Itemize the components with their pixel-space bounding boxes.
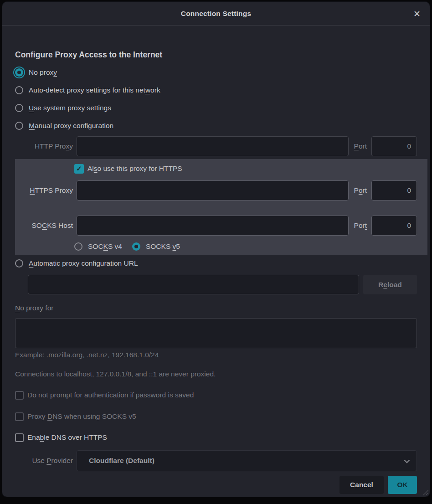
socks-host-label: SOCKS Host xyxy=(15,221,73,230)
socks-port-label: Port xyxy=(354,221,367,230)
dialog-footer: Cancel OK xyxy=(15,476,417,494)
no-proxy-for-textarea[interactable] xyxy=(15,318,417,348)
checkbox-label: Do not prompt for authentication if pass… xyxy=(27,391,194,399)
socks-host-row: SOCKS Host Port xyxy=(15,216,417,236)
close-icon[interactable]: ✕ xyxy=(413,9,421,18)
radio-label: No proxy xyxy=(29,68,57,77)
radio-automatic-url[interactable]: Automatic proxy configuration URL xyxy=(15,258,417,269)
also-use-https-checkbox-row[interactable]: ✓ Also use this proxy for HTTPS xyxy=(74,164,417,174)
no-proxy-note-text: Connections to localhost, 127.0.0.1/8, a… xyxy=(15,369,417,379)
provider-select[interactable]: Cloudflare (Default) xyxy=(77,450,417,471)
https-port-label: Port xyxy=(354,186,367,195)
http-proxy-input[interactable] xyxy=(77,136,349,156)
connection-settings-dialog: Connection Settings ✕ Configure Proxy Ac… xyxy=(2,2,430,497)
checkbox-label: Proxy DNS when using SOCKS v5 xyxy=(27,412,136,421)
radio-label: Automatic proxy configuration URL xyxy=(29,259,138,267)
checkbox-checked-icon: ✓ xyxy=(74,164,84,174)
checkbox-unchecked-icon xyxy=(15,412,24,421)
https-proxy-row: HTTPS Proxy Port xyxy=(15,180,417,201)
auto-config-url-input[interactable] xyxy=(28,275,359,294)
http-port-label: Port xyxy=(354,142,367,150)
socks-version-group: SOCKS v4 SOCKS v5 xyxy=(74,241,417,252)
dialog-titlebar: Connection Settings ✕ xyxy=(2,2,430,26)
socks-port-input[interactable] xyxy=(371,216,417,236)
checkbox-unchecked-icon xyxy=(15,391,24,400)
chevron-down-icon xyxy=(404,457,410,463)
radio-auto-detect[interactable]: Auto-detect proxy settings for this netw… xyxy=(15,85,417,96)
https-socks-highlight-section: ✓ Also use this proxy for HTTPS HTTPS Pr… xyxy=(15,159,427,255)
check-icon: ✓ xyxy=(76,165,82,173)
radio-manual[interactable]: Manual proxy configuration xyxy=(15,120,417,131)
auto-url-row: Reload xyxy=(15,275,417,294)
radio-selected-icon xyxy=(132,242,140,251)
cancel-button[interactable]: Cancel xyxy=(339,476,384,494)
checkbox-label: Also use this proxy for HTTPS xyxy=(87,165,182,173)
use-provider-label: Use Provider xyxy=(15,457,73,465)
provider-selected-value: Cloudflare (Default) xyxy=(89,457,404,465)
doh-provider-row: Use Provider Cloudflare (Default) xyxy=(15,450,417,471)
http-port-input[interactable] xyxy=(371,136,417,156)
no-proxy-example-text: Example: .mozilla.org, .net.nz, 192.168.… xyxy=(15,350,417,360)
radio-use-system[interactable]: Use system proxy settings xyxy=(15,103,417,113)
ok-button[interactable]: OK xyxy=(388,476,417,494)
radio-icon xyxy=(15,86,23,94)
http-proxy-row: HTTP Proxy Port xyxy=(15,136,417,156)
checkbox-no-prompt-auth[interactable]: Do not prompt for authentication if pass… xyxy=(15,390,417,401)
radio-label: SOCKS v5 xyxy=(146,242,180,251)
checkbox-proxy-dns-socks5[interactable]: Proxy DNS when using SOCKS v5 xyxy=(15,411,417,422)
page-title: Configure Proxy Access to the Internet xyxy=(15,49,417,60)
radio-label: SOCKS v4 xyxy=(88,242,122,251)
radio-icon xyxy=(15,104,23,112)
https-proxy-input[interactable] xyxy=(77,180,349,201)
radio-socks-v5[interactable]: SOCKS v5 xyxy=(132,241,180,252)
radio-label: Manual proxy configuration xyxy=(29,122,113,130)
radio-label: Use system proxy settings xyxy=(29,104,111,112)
checkbox-enable-doh[interactable]: Enable DNS over HTTPS xyxy=(15,432,417,443)
radio-no-proxy[interactable]: No proxy xyxy=(15,67,417,78)
radio-icon xyxy=(15,122,23,130)
radio-icon xyxy=(74,242,82,251)
radio-socks-v4[interactable]: SOCKS v4 xyxy=(74,241,122,252)
socks-host-input[interactable] xyxy=(77,216,349,236)
reload-button[interactable]: Reload xyxy=(363,275,417,294)
radio-selected-icon xyxy=(15,68,23,77)
radio-icon xyxy=(15,259,23,267)
https-proxy-label: HTTPS Proxy xyxy=(15,186,73,195)
dialog-title: Connection Settings xyxy=(181,10,252,18)
dialog-content: Configure Proxy Access to the Internet N… xyxy=(2,49,430,494)
no-proxy-for-label: No proxy for xyxy=(15,303,417,314)
checkbox-unchecked-icon xyxy=(15,433,24,442)
https-port-input[interactable] xyxy=(371,180,417,201)
radio-label: Auto-detect proxy settings for this netw… xyxy=(29,86,160,94)
http-proxy-label: HTTP Proxy xyxy=(15,142,73,150)
checkbox-label: Enable DNS over HTTPS xyxy=(27,433,107,442)
